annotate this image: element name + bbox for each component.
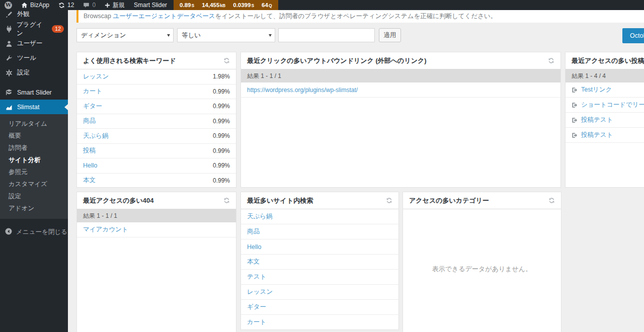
- smart-slider-icon: [5, 89, 13, 96]
- browscap-database-link[interactable]: ユーザーエージェントデータベース: [113, 13, 215, 20]
- keyword-link[interactable]: 天ぷら鍋: [83, 132, 109, 140]
- sidebar-item-settings[interactable]: 設定: [0, 65, 68, 80]
- table-row: Hello0.99%: [77, 158, 236, 174]
- collapse-menu-button[interactable]: メニューを閉じる: [0, 225, 68, 239]
- paintbrush-icon: [5, 11, 13, 18]
- new-content-menu[interactable]: 新規: [100, 0, 129, 10]
- dimension-select[interactable]: ディメンション: [76, 28, 174, 42]
- panel-title: 最近多いサイト内検索: [247, 196, 313, 205]
- outbound-link[interactable]: https://wordpress.org/plugins/wp-slimsta…: [247, 87, 358, 94]
- keyword-link[interactable]: レッスン: [83, 72, 109, 81]
- search-term-link[interactable]: カート: [247, 318, 266, 326]
- table-row: Testリンク: [566, 82, 644, 98]
- keyword-link[interactable]: 投稿: [83, 146, 96, 155]
- panel-title: 最近アクセスの多い投稿: [572, 56, 644, 65]
- comments-menu[interactable]: 0: [78, 0, 100, 10]
- filter-value-input[interactable]: [278, 28, 375, 42]
- submenu-item-realtime[interactable]: リアルタイム: [0, 118, 68, 130]
- empty-data-message: 表示できるデータがありません。: [403, 265, 561, 274]
- submenu-item-addons[interactable]: アドオン: [0, 202, 68, 214]
- submenu-item-settings[interactable]: 設定: [0, 190, 68, 202]
- keyword-link[interactable]: 商品: [83, 117, 96, 125]
- panel-title: よく使用される検索キーワード: [83, 56, 176, 65]
- search-term-link[interactable]: レッスン: [247, 288, 273, 296]
- table-row: 商品: [241, 224, 398, 239]
- exit-link-icon: [572, 117, 578, 123]
- panel-title: アクセスの多いカテゴリー: [409, 196, 489, 205]
- table-row: 天ぷら鍋0.99%: [77, 129, 236, 144]
- table-row: カート: [241, 315, 398, 330]
- search-term-link[interactable]: 本文: [247, 258, 260, 266]
- sidebar-item-smart-slider[interactable]: Smart Slider: [0, 85, 68, 100]
- comments-icon: [83, 2, 90, 9]
- table-row: 商品0.99%: [77, 114, 236, 129]
- table-row: テスト: [241, 270, 398, 285]
- panel-title: 最近アクセスの多い404: [83, 196, 154, 205]
- refresh-icon[interactable]: [223, 57, 230, 64]
- post-link[interactable]: 投稿テスト: [581, 131, 613, 139]
- keyword-percent: 0.99%: [213, 177, 230, 184]
- submenu-item-site-analysis[interactable]: サイト分析: [0, 154, 68, 166]
- table-row: Hello: [241, 239, 398, 255]
- search-term-link[interactable]: ギター: [247, 303, 266, 311]
- post-link[interactable]: ショートコードでリーダー: [581, 101, 644, 109]
- keyword-link[interactable]: Hello: [83, 162, 98, 169]
- table-row: レッスン: [241, 285, 398, 300]
- date-range-button[interactable]: Octob: [622, 28, 644, 43]
- table-row: 投稿テスト: [566, 113, 644, 128]
- wrench-icon: [5, 55, 13, 62]
- keyword-link[interactable]: カート: [83, 87, 102, 96]
- sidebar-item-plugins[interactable]: プラグイン 12: [0, 22, 68, 36]
- site-name-menu[interactable]: BizApp: [17, 0, 54, 10]
- collapse-arrow-icon: [5, 228, 12, 236]
- refresh-icon[interactable]: [548, 197, 555, 204]
- apply-filter-button[interactable]: 適用: [379, 28, 401, 42]
- exit-link-icon: [572, 87, 578, 93]
- submenu-item-customize[interactable]: カスタマイズ: [0, 178, 68, 190]
- updates-count: 12: [67, 2, 74, 9]
- keyword-link[interactable]: 本文: [83, 176, 96, 185]
- sidebar-item-users[interactable]: ユーザー: [0, 36, 68, 51]
- search-term-link[interactable]: Hello: [247, 243, 262, 251]
- result-count: 結果 1 - 1 / 1: [77, 209, 236, 222]
- new-content-label: 新規: [113, 1, 125, 10]
- slimstat-submenu: リアルタイム 概要 訪問者 サイト分析 参照元 カスタマイズ 設定 アドオン: [0, 114, 68, 219]
- table-row: 本文0.99%: [77, 174, 236, 188]
- updates-menu[interactable]: 12: [54, 0, 78, 10]
- search-term-link[interactable]: 天ぷら鍋: [247, 212, 273, 221]
- refresh-icon[interactable]: [548, 57, 554, 64]
- 404-link[interactable]: マイアカウント: [83, 225, 128, 234]
- table-row: マイアカウント: [77, 222, 236, 237]
- search-term-link[interactable]: 商品: [247, 227, 260, 236]
- dimension-select-value: ディメンション: [81, 31, 126, 40]
- table-row: ショートコードでリーダー: [566, 98, 644, 113]
- updates-icon: [58, 2, 65, 9]
- wordpress-logo-menu[interactable]: W: [0, 0, 17, 10]
- filter-bar: ディメンション 等しい 適用: [68, 28, 644, 43]
- result-count: 結果 1 - 4 / 4: [566, 69, 644, 82]
- submenu-item-overview[interactable]: 概要: [0, 130, 68, 142]
- keyword-percent: 0.99%: [213, 162, 230, 169]
- refresh-icon[interactable]: [223, 197, 230, 204]
- keyword-percent: 0.99%: [213, 118, 230, 125]
- sidebar-item-tools[interactable]: ツール: [0, 51, 68, 65]
- refresh-icon[interactable]: [386, 197, 392, 204]
- panel-recent-posts: 最近アクセスの多い投稿 結果 1 - 4 / 4 Testリンク ショートコード…: [565, 52, 644, 188]
- keyword-percent: 0.99%: [213, 132, 230, 139]
- exit-link-icon: [572, 132, 578, 138]
- sidebar-item-label: Smart Slider: [17, 89, 52, 96]
- submenu-item-referrers[interactable]: 参照元: [0, 166, 68, 178]
- keyword-link[interactable]: ギター: [83, 102, 102, 111]
- panel-top-categories: アクセスの多いカテゴリー 表示できるデータがありません。: [403, 192, 561, 332]
- sidebar-item-slimstat[interactable]: Slimstat: [0, 100, 68, 114]
- submenu-item-visitors[interactable]: 訪問者: [0, 142, 68, 154]
- plugins-update-badge: 12: [52, 25, 64, 33]
- operator-select[interactable]: 等しい: [177, 28, 275, 42]
- search-term-link[interactable]: テスト: [247, 273, 266, 281]
- table-row: 投稿0.99%: [77, 144, 236, 159]
- post-link[interactable]: 投稿テスト: [581, 116, 613, 124]
- smart-slider-menu[interactable]: Smart Slider: [129, 0, 172, 10]
- chevron-down-icon: [269, 34, 272, 37]
- post-link[interactable]: Testリンク: [581, 86, 612, 94]
- chart-icon: [5, 104, 13, 111]
